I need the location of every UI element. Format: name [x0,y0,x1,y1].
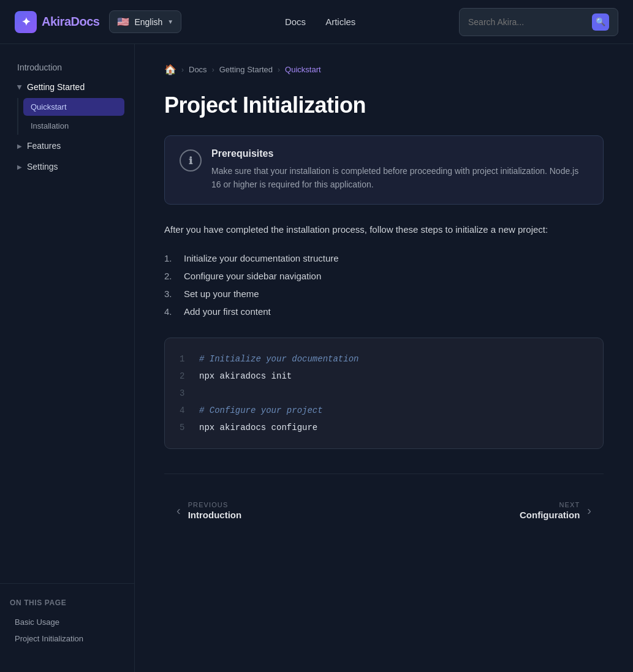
line-num-4: 4 [180,402,189,419]
code-block: 1 # Initialize your documentation 2 npx … [164,338,604,449]
arrow-left-icon: ‹ [176,504,181,518]
prereq-title: Prerequisites [211,148,588,159]
code-line-4: 4 # Configure your project [180,402,588,419]
next-content: Next Configuration [520,501,580,520]
step-text-2: Configure your sidebar navigation [184,271,321,281]
logo-text: AkiraDocs [42,15,99,29]
line-num-2: 2 [180,368,189,385]
arrow-right-icon: › [587,504,591,518]
next-title: Configuration [520,510,580,520]
page-title: Project Initialization [164,92,604,118]
header-left: ✦ AkiraDocs 🇺🇸 English ▼ [15,10,181,33]
breadcrumb-getting-started[interactable]: Getting Started [219,65,273,74]
code-command-1: npx akiradocs init [199,368,292,385]
logo-text-accent: Docs [71,15,100,28]
sidebar-item-features[interactable]: ▶ Features [10,136,124,156]
sidebar-item-settings[interactable]: ▶ Settings [10,157,124,176]
step-num-1: 1. [164,253,179,263]
sidebar: Introduction ▶ Getting Started Quickstar… [0,44,135,672]
line-num-3: 3 [180,385,189,402]
code-line-1: 1 # Initialize your documentation [180,350,588,368]
breadcrumb-home[interactable]: 🏠 [164,64,176,75]
breadcrumb-quickstart: Quickstart [285,65,321,74]
step-text-3: Set up your theme [184,289,259,299]
sidebar-settings-label: Settings [27,162,58,172]
language-label: English [134,17,162,27]
sidebar-features-label: Features [27,141,61,151]
step-num-3: 3. [164,289,179,299]
sidebar-sub-getting-started: Quickstart Installation [17,98,124,135]
step-num-4: 4. [164,306,179,317]
prev-label: Previous [188,501,241,508]
intro-text: After you have completed the installatio… [164,222,604,238]
breadcrumb-docs[interactable]: Docs [189,65,207,74]
prereq-content: Prerequisites Make sure that your instal… [211,148,588,192]
code-comment-2: # Configure your project [199,402,323,419]
search-button[interactable]: 🔍 [592,13,609,31]
sidebar-item-getting-started[interactable]: ▶ Getting Started [10,77,124,97]
search-input[interactable] [468,17,587,27]
logo-icon: ✦ [15,11,37,33]
language-selector[interactable]: 🇺🇸 English ▼ [109,10,181,33]
step-3: 3. Set up your theme [164,285,604,303]
sidebar-item-installation[interactable]: Installation [23,117,124,135]
on-this-page-project-initialization[interactable]: Project Initialization [10,631,124,646]
code-empty-1 [199,385,204,402]
step-text-1: Initialize your documentation structure [184,253,339,263]
step-text-4: Add your first content [184,306,271,317]
breadcrumb-sep-1: › [181,66,184,74]
next-label: Next [520,501,580,508]
code-line-3: 3 [180,385,588,402]
prerequisites-box: ℹ Prerequisites Make sure that your inst… [164,135,604,205]
sidebar-getting-started-label: Getting Started [27,82,85,92]
prev-title: Introduction [188,510,241,520]
nav-articles[interactable]: Articles [325,17,355,27]
chevron-right-icon-settings: ▶ [17,164,22,170]
logo-text-main: Akira [42,15,71,28]
line-num-1: 1 [180,350,189,368]
main-nav: Docs Articles [285,17,355,27]
sidebar-quickstart-label: Quickstart [31,102,67,111]
code-comment-1: # Initialize your documentation [199,350,358,368]
chevron-right-icon-features: ▶ [17,143,22,149]
breadcrumb-sep-3: › [278,66,280,74]
prev-content: Previous Introduction [188,501,241,520]
sidebar-installation-label: Installation [31,121,69,130]
code-line-2: 2 npx akiradocs init [180,368,588,385]
main-content: 🏠 › Docs › Getting Started › Quickstart … [135,44,633,672]
on-this-page: On This Page Basic Usage Project Initial… [0,583,134,657]
step-1: 1. Initialize your documentation structu… [164,249,604,267]
code-line-5: 5 npx akiradocs configure [180,419,588,436]
on-this-page-title: On This Page [10,598,124,607]
layout: Introduction ▶ Getting Started Quickstar… [0,44,633,672]
step-2: 2. Configure your sidebar navigation [164,267,604,285]
sidebar-nav: Introduction ▶ Getting Started Quickstar… [0,59,134,178]
flag-icon: 🇺🇸 [117,16,129,28]
code-command-2: npx akiradocs configure [199,419,317,436]
breadcrumb-sep-2: › [212,66,214,74]
chevron-down-icon: ▼ [167,18,173,25]
step-4: 4. Add your first content [164,303,604,320]
header: ✦ AkiraDocs 🇺🇸 English ▼ Docs Articles 🔍 [0,0,633,44]
line-num-5: 5 [180,419,189,436]
info-icon: ℹ [180,149,202,172]
step-num-2: 2. [164,271,179,281]
steps-list: 1. Initialize your documentation structu… [164,249,604,320]
sidebar-introduction-label: Introduction [17,62,62,72]
prereq-text: Make sure that your installation is comp… [211,164,588,192]
sidebar-item-quickstart[interactable]: Quickstart [23,98,124,116]
on-this-page-basic-usage[interactable]: Basic Usage [10,614,124,630]
logo[interactable]: ✦ AkiraDocs [15,11,99,33]
prev-button[interactable]: ‹ Previous Introduction [164,494,254,527]
nav-docs[interactable]: Docs [285,17,306,27]
breadcrumb: 🏠 › Docs › Getting Started › Quickstart [164,64,604,75]
chevron-right-icon: ▶ [17,85,23,89]
sidebar-item-introduction[interactable]: Introduction [10,59,124,76]
nav-footer: ‹ Previous Introduction › Next Configura… [164,474,604,527]
next-button[interactable]: › Next Configuration [507,494,604,527]
search-bar: 🔍 [459,8,618,36]
